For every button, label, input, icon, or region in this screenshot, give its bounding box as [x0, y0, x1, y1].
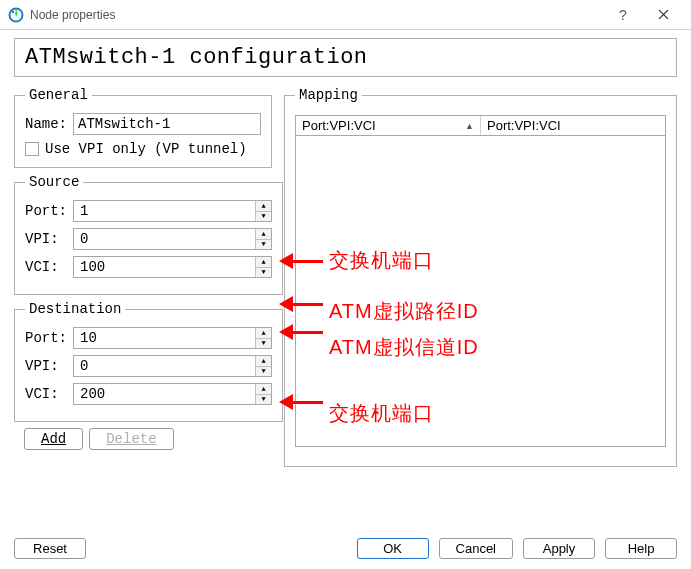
- svg-point-1: [12, 10, 14, 12]
- general-group: General Name: Use VPI only (VP tunnel): [14, 87, 272, 168]
- delete-button[interactable]: Delete: [89, 428, 173, 450]
- up-icon[interactable]: ▲: [256, 229, 271, 240]
- apply-button[interactable]: Apply: [523, 538, 595, 559]
- mapping-col-1[interactable]: Port:VPI:VCI ▲: [296, 116, 481, 135]
- add-button[interactable]: Add: [24, 428, 83, 450]
- page-title: ATMswitch-1 configuration: [14, 38, 677, 77]
- dest-port-input[interactable]: [74, 328, 255, 348]
- dest-vci-stepper[interactable]: ▲▼: [73, 383, 272, 405]
- source-vci-label: VCI:: [25, 259, 73, 275]
- dest-vci-label: VCI:: [25, 386, 73, 402]
- up-icon[interactable]: ▲: [256, 257, 271, 268]
- dest-vci-input[interactable]: [74, 384, 255, 404]
- up-icon[interactable]: ▲: [256, 384, 271, 395]
- help-footer-button[interactable]: Help: [605, 538, 677, 559]
- sort-asc-icon: ▲: [465, 121, 474, 131]
- help-button[interactable]: ?: [603, 7, 643, 23]
- source-port-stepper[interactable]: ▲▼: [73, 200, 272, 222]
- use-vpi-label: Use VPI only (VP tunnel): [45, 141, 247, 157]
- reset-button[interactable]: Reset: [14, 538, 86, 559]
- source-vci-stepper[interactable]: ▲▼: [73, 256, 272, 278]
- down-icon[interactable]: ▼: [256, 240, 271, 250]
- close-button[interactable]: [643, 7, 683, 23]
- mapping-group: Mapping Port:VPI:VCI ▲ Port:VPI:VCI: [284, 87, 677, 467]
- source-vpi-input[interactable]: [74, 229, 255, 249]
- use-vpi-checkbox[interactable]: [25, 142, 39, 156]
- dest-vpi-stepper[interactable]: ▲▼: [73, 355, 272, 377]
- general-legend: General: [25, 87, 92, 103]
- source-port-input[interactable]: [74, 201, 255, 221]
- down-icon[interactable]: ▼: [256, 367, 271, 377]
- destination-group: Destination Port: ▲▼ VPI: ▲▼ VC: [14, 301, 283, 422]
- mapping-legend: Mapping: [295, 87, 362, 103]
- ok-button[interactable]: OK: [357, 538, 429, 559]
- down-icon[interactable]: ▼: [256, 339, 271, 349]
- name-input[interactable]: [73, 113, 261, 135]
- dest-port-label: Port:: [25, 330, 73, 346]
- source-group: Source Port: ▲▼ VPI: ▲▼ VCI:: [14, 174, 283, 295]
- up-icon[interactable]: ▲: [256, 328, 271, 339]
- source-legend: Source: [25, 174, 83, 190]
- window-title: Node properties: [30, 8, 603, 22]
- footer: Reset OK Cancel Apply Help: [0, 538, 691, 559]
- cancel-button[interactable]: Cancel: [439, 538, 513, 559]
- dest-vpi-input[interactable]: [74, 356, 255, 376]
- up-icon[interactable]: ▲: [256, 356, 271, 367]
- titlebar: Node properties ?: [0, 0, 691, 30]
- dest-port-stepper[interactable]: ▲▼: [73, 327, 272, 349]
- down-icon[interactable]: ▼: [256, 395, 271, 405]
- up-icon[interactable]: ▲: [256, 201, 271, 212]
- source-vpi-stepper[interactable]: ▲▼: [73, 228, 272, 250]
- down-icon[interactable]: ▼: [256, 268, 271, 278]
- source-vci-input[interactable]: [74, 257, 255, 277]
- source-vpi-label: VPI:: [25, 231, 73, 247]
- dest-vpi-label: VPI:: [25, 358, 73, 374]
- name-label: Name:: [25, 116, 73, 132]
- mapping-col-2[interactable]: Port:VPI:VCI: [481, 116, 665, 135]
- down-icon[interactable]: ▼: [256, 212, 271, 222]
- source-port-label: Port:: [25, 203, 73, 219]
- mapping-table[interactable]: Port:VPI:VCI ▲ Port:VPI:VCI: [295, 115, 666, 447]
- destination-legend: Destination: [25, 301, 125, 317]
- app-icon: [8, 7, 24, 23]
